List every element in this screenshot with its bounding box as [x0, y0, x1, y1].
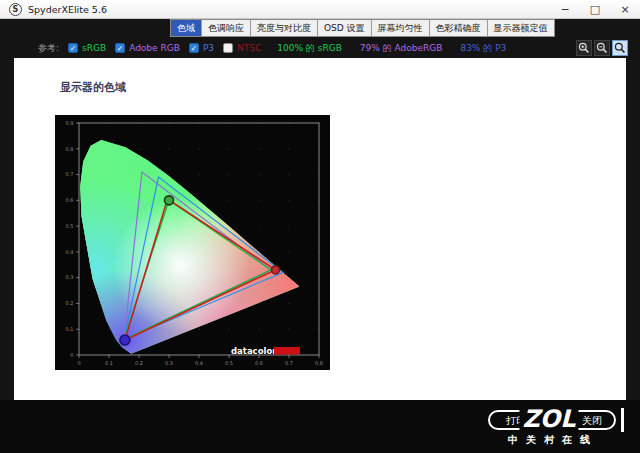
svg-text:0.8: 0.8 — [315, 360, 323, 366]
zol-logo: ZOL — [519, 403, 578, 435]
datacolor-logo-accent — [274, 347, 300, 355]
svg-text:0.7: 0.7 — [285, 360, 293, 366]
checkbox-icon[interactable]: ✓ — [68, 43, 78, 53]
zoom-in-button[interactable] — [576, 40, 592, 56]
svg-text:0.8: 0.8 — [66, 146, 74, 152]
checkbox-icon[interactable]: ✓ — [115, 43, 125, 53]
window-title: SpyderXElite 5.6 — [28, 4, 107, 15]
svg-text:0.6: 0.6 — [66, 197, 74, 203]
blue-primary-marker — [120, 335, 130, 345]
svg-text:0.5: 0.5 — [225, 360, 233, 366]
reference-checkbox-3[interactable]: NTSC — [223, 43, 261, 53]
red-primary-marker — [272, 266, 280, 274]
checkbox-label: sRGB — [82, 43, 106, 53]
footer-button-row: 打印 关闭 ZOL — [474, 410, 624, 430]
tab-5[interactable]: 色彩精确度 — [430, 20, 488, 36]
svg-text:0.6: 0.6 — [255, 360, 263, 366]
coverage-readout-1: 79% 的 AdobeRGB — [360, 42, 443, 55]
checkbox-icon[interactable] — [223, 43, 233, 53]
magnifier-minus-icon — [596, 42, 608, 54]
close-window-button[interactable]: × — [610, 0, 640, 18]
cie-plot-svg: 00.10.20.30.40.50.60.70.800.10.20.30.40.… — [55, 115, 330, 370]
title-bar: S SpyderXElite 5.6 − □ × — [0, 0, 640, 19]
zol-logo-subtitle: 中关村在线 — [474, 433, 624, 447]
green-primary-marker — [165, 196, 174, 205]
gamut-coverage-readouts: 100% 的 sRGB79% 的 AdobeRGB83% 的 P3 — [277, 42, 506, 55]
tab-4[interactable]: 屏幕均匀性 — [372, 20, 430, 36]
zol-watermark: 打印 关闭 ZOL 中关村在线 — [474, 410, 624, 447]
close-button[interactable]: 关闭 — [582, 414, 602, 428]
reference-checkbox-1[interactable]: ✓Adobe RGB — [115, 43, 180, 53]
minimize-button[interactable]: − — [550, 0, 580, 18]
coverage-readout-2: 83% 的 P3 — [460, 42, 506, 55]
checkbox-label: Adobe RGB — [129, 43, 180, 53]
maximize-button[interactable]: □ — [580, 0, 610, 18]
window-controls: − □ × — [550, 0, 640, 18]
svg-text:0.5: 0.5 — [66, 223, 74, 229]
svg-text:0.1: 0.1 — [105, 360, 113, 366]
svg-text:0.2: 0.2 — [66, 300, 74, 306]
app-window: S SpyderXElite 5.6 − □ × 色域色调响应亮度与对比度OSD… — [0, 0, 640, 453]
footer-bar: 打印 关闭 ZOL 中关村在线 — [0, 400, 640, 453]
page-title: 显示器的色域 — [60, 80, 126, 95]
reference-label: 参考: — [38, 42, 59, 55]
chrome-area: 色域色调响应亮度与对比度OSD 设置屏幕均匀性色彩精确度显示器额定值 参考: ✓… — [0, 19, 640, 58]
checkbox-icon[interactable]: ✓ — [189, 43, 199, 53]
svg-text:0: 0 — [77, 360, 80, 366]
tab-1[interactable]: 色调响应 — [202, 20, 251, 36]
svg-text:0.4: 0.4 — [195, 360, 203, 366]
zol-logo-bar — [621, 408, 624, 432]
tab-0[interactable]: 色域 — [171, 20, 202, 36]
reference-checkbox-2[interactable]: ✓P3 — [189, 43, 214, 53]
svg-text:0.1: 0.1 — [66, 326, 74, 332]
magnifier-icon — [614, 42, 626, 54]
zoom-button-group — [576, 40, 628, 56]
svg-text:0.3: 0.3 — [165, 360, 173, 366]
datacolor-logo: datacolor — [231, 346, 277, 356]
zoom-reset-button[interactable] — [612, 40, 628, 56]
tab-strip: 色域色调响应亮度与对比度OSD 设置屏幕均匀性色彩精确度显示器额定值 — [170, 19, 555, 37]
reference-checkboxes: ✓sRGB✓Adobe RGB✓P3NTSC — [59, 43, 261, 53]
checkbox-label: P3 — [203, 43, 214, 53]
svg-text:0.7: 0.7 — [66, 171, 74, 177]
svg-text:0: 0 — [70, 352, 73, 358]
svg-text:0.3: 0.3 — [66, 274, 74, 280]
tab-3[interactable]: OSD 设置 — [318, 20, 372, 36]
reference-checkbox-0[interactable]: ✓sRGB — [68, 43, 106, 53]
svg-text:0.9: 0.9 — [66, 120, 74, 126]
zoom-out-button[interactable] — [594, 40, 610, 56]
coverage-readout-0: 100% 的 sRGB — [277, 42, 342, 55]
tab-2[interactable]: 亮度与对比度 — [251, 20, 318, 36]
app-icon: S — [9, 3, 22, 16]
cie-chromaticity-chart: 00.10.20.30.40.50.60.70.800.10.20.30.40.… — [55, 115, 330, 370]
content-panel: 显示器的色域 — [14, 58, 626, 400]
svg-text:0.4: 0.4 — [66, 249, 74, 255]
reference-toolbar: 参考: ✓sRGB✓Adobe RGB✓P3NTSC 100% 的 sRGB79… — [0, 38, 640, 58]
svg-text:0.2: 0.2 — [135, 360, 143, 366]
magnifier-plus-icon — [578, 42, 590, 54]
tab-6[interactable]: 显示器额定值 — [488, 20, 554, 36]
checkbox-label: NTSC — [237, 43, 261, 53]
